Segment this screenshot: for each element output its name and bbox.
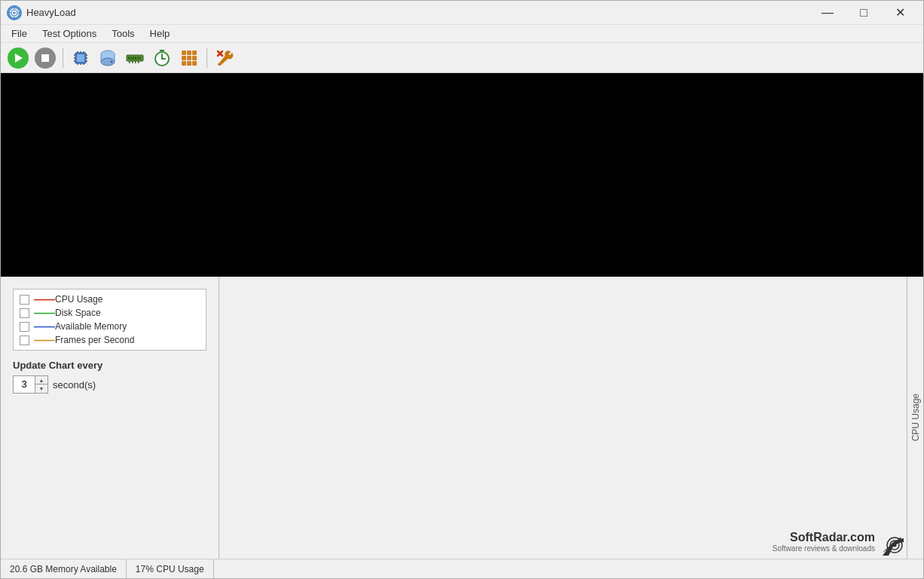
legend-box: —— CPU Usage —— Disk Space —— Ava: [13, 289, 207, 351]
stop-button[interactable]: [32, 45, 58, 71]
grid-icon: [179, 48, 199, 68]
interval-spinner[interactable]: ▲ ▼: [13, 375, 48, 394]
svg-rect-46: [182, 56, 186, 60]
close-button[interactable]: ✕: [883, 1, 917, 25]
svg-rect-51: [192, 61, 197, 66]
svg-rect-32: [137, 57, 139, 60]
cpu-icon: [71, 48, 90, 68]
timer-icon: [152, 48, 172, 68]
cpu-status: 17% CPU Usage: [127, 559, 214, 578]
svg-rect-35: [132, 61, 133, 63]
y-axis-label: CPU Usage: [907, 277, 923, 559]
legend-item-cpu: —— CPU Usage: [20, 294, 200, 305]
menu-test-options[interactable]: Test Options: [35, 26, 104, 41]
cpu-checkbox[interactable]: [20, 295, 29, 305]
legend-item-fps: —— Frames per Second: [20, 335, 200, 345]
toolbar-separator-1: [63, 48, 63, 68]
svg-rect-49: [182, 61, 186, 66]
menu-tools[interactable]: Tools: [104, 26, 142, 41]
svg-point-26: [111, 60, 113, 63]
svg-rect-44: [187, 51, 191, 55]
legend-item-disk: —— Disk Space: [20, 308, 200, 318]
grid-button[interactable]: [176, 45, 202, 71]
y-axis-text: CPU Usage: [910, 394, 921, 441]
disk-icon: [98, 48, 118, 68]
svg-rect-45: [192, 51, 197, 55]
svg-rect-36: [135, 61, 136, 63]
memory-line-indicator: ——: [34, 321, 50, 332]
maximize-button[interactable]: □: [846, 1, 881, 25]
spinner-up-button[interactable]: ▲: [35, 376, 47, 384]
update-controls: ▲ ▼ second(s): [13, 375, 207, 394]
watermark-text: SoftRadar.com Software reviews & downloa…: [773, 531, 875, 553]
watermark-title: SoftRadar.com: [773, 531, 875, 544]
spinner-down-button[interactable]: ▼: [35, 384, 47, 393]
svg-rect-29: [130, 57, 132, 60]
memory-label: Available Memory: [55, 321, 127, 332]
app-logo: [7, 5, 22, 20]
memory-status: 20.6 GB Memory Available: [1, 559, 127, 578]
fps-checkbox[interactable]: [20, 335, 29, 345]
menu-help[interactable]: Help: [142, 26, 178, 41]
toolbar: [1, 43, 923, 73]
svg-rect-30: [133, 57, 134, 60]
disk-checkbox[interactable]: [20, 308, 29, 318]
status-bar: 20.6 GB Memory Available 17% CPU Usage: [1, 559, 923, 578]
svg-rect-37: [138, 61, 139, 63]
svg-rect-50: [187, 61, 191, 66]
svg-rect-43: [182, 51, 186, 55]
cpu-button[interactable]: [68, 45, 93, 71]
svg-rect-8: [77, 54, 84, 62]
svg-rect-34: [129, 61, 130, 63]
left-sidebar: —— CPU Usage —— Disk Space —— Ava: [1, 277, 219, 559]
spinner-arrows: ▲ ▼: [35, 376, 47, 393]
memory-checkbox[interactable]: [20, 322, 29, 332]
fps-line-indicator: ——: [34, 335, 50, 345]
settings-button[interactable]: [212, 45, 237, 71]
svg-rect-31: [135, 57, 136, 60]
radar-icon: [880, 532, 901, 553]
memory-button[interactable]: [122, 45, 148, 71]
play-icon: [8, 47, 29, 69]
menu-bar: File Test Options Tools Help: [1, 25, 923, 43]
svg-rect-28: [128, 57, 130, 60]
app-icon: [7, 5, 22, 20]
svg-rect-47: [187, 56, 191, 60]
right-chart-area: CPU Usage SoftRadar.com Software reviews…: [219, 277, 923, 559]
main-area: —— CPU Usage —— Disk Space —— Ava: [1, 73, 923, 559]
disk-line-indicator: ——: [34, 308, 50, 318]
toolbar-separator-2: [207, 48, 207, 68]
update-chart-label: Update Chart every: [13, 360, 207, 371]
play-button[interactable]: [5, 45, 31, 71]
minimize-button[interactable]: —: [810, 1, 845, 25]
svg-rect-33: [139, 57, 141, 60]
app-title: HeavyLoad: [26, 7, 810, 18]
disk-button[interactable]: [95, 45, 121, 71]
chart-area: [1, 73, 923, 277]
svg-rect-48: [192, 56, 197, 60]
timer-button[interactable]: [149, 45, 175, 71]
update-chart-section: Update Chart every ▲ ▼ second(s): [13, 360, 207, 394]
title-bar: HeavyLoad — □ ✕: [1, 1, 923, 25]
cpu-line-indicator: ——: [34, 294, 50, 305]
memory-icon: [125, 48, 145, 68]
svg-point-2: [13, 11, 15, 14]
disk-label: Disk Space: [55, 308, 101, 318]
window-controls: — □ ✕: [810, 1, 917, 25]
lower-panel: —— CPU Usage —— Disk Space —— Ava: [1, 277, 923, 559]
seconds-label: second(s): [53, 379, 96, 391]
watermark: SoftRadar.com Software reviews & downloa…: [773, 531, 901, 553]
settings-icon: [215, 48, 234, 68]
cpu-label: CPU Usage: [55, 294, 102, 305]
stop-icon: [35, 47, 56, 69]
fps-label: Frames per Second: [55, 335, 134, 345]
interval-value[interactable]: [14, 376, 35, 393]
menu-file[interactable]: File: [4, 26, 35, 41]
watermark-subtitle: Software reviews & downloads: [773, 544, 875, 553]
legend-item-memory: —— Available Memory: [20, 321, 200, 332]
